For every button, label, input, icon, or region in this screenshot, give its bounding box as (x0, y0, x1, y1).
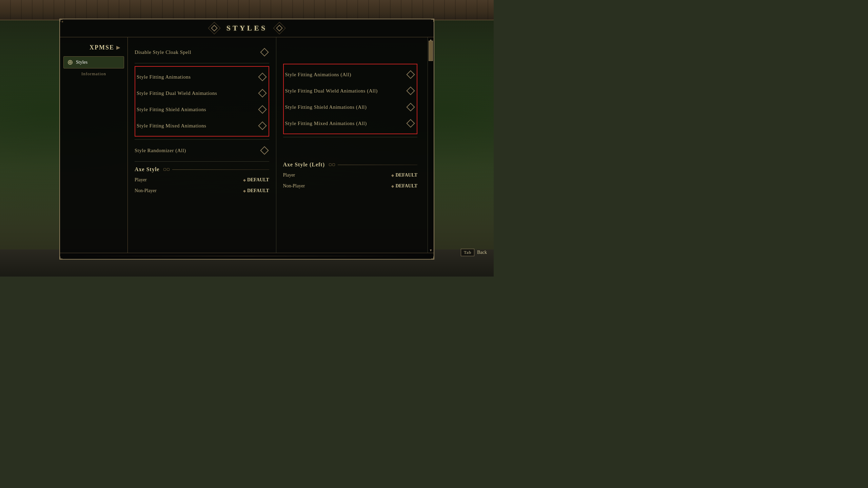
fitting-shield-label: Style Fitting Shield Animations (137, 107, 206, 113)
fitting-shield-all-row[interactable]: Style Fitting Shield Animations (All) (285, 99, 416, 115)
sidebar-item-styles-label: Styles (76, 60, 87, 65)
axe-left-nonplayer-value: ◆ DEFAULT (391, 183, 417, 189)
axe-player-value: ◆ DEFAULT (243, 177, 269, 183)
fitting-shield-all-button[interactable] (406, 102, 415, 112)
axe-left-player-value-text: DEFAULT (395, 172, 417, 178)
fitting-dual-wield-all-button[interactable] (406, 86, 415, 96)
disable-cloak-label: Disable Style Cloak Spell (135, 49, 191, 55)
scrollbar-thumb[interactable] (429, 41, 433, 61)
diamond-icon (258, 89, 267, 97)
sidebar: XPMSE ▶ Styles Information (60, 37, 128, 253)
sidebar-title: XPMSE ▶ (63, 44, 124, 51)
back-label: Back (477, 250, 487, 255)
fitting-shield-button[interactable] (258, 105, 267, 114)
main-panel: STYLES XPMSE ▶ Styles (59, 19, 434, 260)
axe-nonplayer-value-text: DEFAULT (247, 188, 269, 194)
fitting-mixed-all-row[interactable]: Style Fitting Mixed Animations (All) (285, 115, 416, 131)
axe-style-left-header: Axe Style (Left) (283, 162, 418, 168)
axe-style-section-header: Axe Style (135, 166, 269, 172)
axe-left-player-row[interactable]: Player ◆ DEFAULT (283, 170, 418, 181)
disable-cloak-row[interactable]: Disable Style Cloak Spell (135, 44, 269, 60)
svg-point-9 (68, 60, 72, 64)
fitting-group-right: Style Fitting Animations (All) Style Fit… (283, 64, 418, 134)
axe-style-title: Axe Style (135, 166, 159, 172)
fitting-shield-row[interactable]: Style Fitting Shield Animations (137, 101, 267, 118)
main-content: Disable Style Cloak Spell Style Fitting … (128, 37, 434, 253)
corner-decoration-bl (59, 252, 67, 260)
diamond-icon (258, 73, 267, 81)
svg-rect-6 (60, 257, 60, 259)
disable-cloak-button[interactable] (260, 47, 269, 57)
title-bar: STYLES (60, 19, 434, 37)
fitting-dual-wield-row[interactable]: Style Fitting Dual Wield Animations (137, 85, 267, 101)
diamond-icon (260, 146, 269, 155)
chain-link-3 (329, 163, 332, 166)
divider-right-1 (283, 137, 418, 137)
tab-back-indicator: Tab Back (461, 249, 487, 256)
bullet-icon-3: ◆ (391, 174, 394, 177)
svg-rect-2 (61, 21, 63, 23)
fitting-animations-label: Style Fitting Animations (137, 74, 191, 80)
chain-link-4 (332, 163, 335, 166)
divider-3 (135, 161, 269, 162)
randomizer-label: Style Randomizer (All) (135, 148, 186, 154)
right-panel: Style Fitting Animations (All) Style Fit… (276, 37, 428, 253)
fitting-animations-all-row[interactable]: Style Fitting Animations (All) (285, 66, 416, 83)
axe-left-player-value: ◆ DEFAULT (391, 172, 417, 178)
page-title: STYLES (220, 24, 274, 33)
axe-style-left-title: Axe Style (Left) (283, 162, 325, 168)
svg-rect-1 (60, 19, 60, 22)
fitting-dual-wield-all-row[interactable]: Style Fitting Dual Wield Animations (All… (285, 83, 416, 99)
diamond-icon (260, 48, 269, 56)
fitting-dual-wield-label: Style Fitting Dual Wield Animations (137, 90, 217, 96)
section-line-right (338, 165, 417, 165)
fitting-group-left: Style Fitting Animations Style Fitting D… (135, 66, 269, 137)
axe-left-nonplayer-value-text: DEFAULT (395, 183, 417, 189)
sidebar-item-information[interactable]: Information (63, 68, 124, 79)
fitting-dual-wield-all-label: Style Fitting Dual Wield Animations (All… (285, 88, 378, 94)
fitting-animations-all-label: Style Fitting Animations (All) (285, 72, 351, 78)
section-line (172, 169, 269, 170)
diamond-icon (406, 119, 415, 127)
divider-1 (135, 63, 269, 63)
bullet-icon-4: ◆ (391, 184, 394, 188)
fitting-mixed-row[interactable]: Style Fitting Mixed Animations (137, 118, 267, 134)
diamond-icon (258, 121, 267, 130)
fitting-animations-all-button[interactable] (406, 70, 415, 79)
tab-key-label: Tab (461, 249, 474, 256)
randomizer-button[interactable] (260, 146, 269, 155)
fitting-dual-wield-button[interactable] (258, 88, 267, 98)
roof-decoration (0, 0, 494, 20)
diamond-icon (258, 105, 267, 114)
axe-left-nonplayer-row[interactable]: Non-Player ◆ DEFAULT (283, 181, 418, 191)
fitting-animations-row[interactable]: Style Fitting Animations (137, 69, 267, 85)
axe-player-row[interactable]: Player ◆ DEFAULT (135, 175, 269, 185)
chain-link-1 (163, 168, 166, 171)
svg-rect-4 (433, 19, 434, 22)
fitting-mixed-button[interactable] (258, 121, 267, 130)
randomizer-row[interactable]: Style Randomizer (All) (135, 142, 269, 159)
sidebar-arrow-icon: ▶ (116, 45, 121, 50)
styles-icon (67, 59, 73, 65)
diamond-icon (406, 70, 415, 79)
diamond-icon (406, 86, 415, 95)
bullet-icon: ◆ (243, 178, 246, 182)
chain-icon (163, 168, 170, 171)
title-deco-right (274, 23, 285, 34)
fitting-mixed-all-button[interactable] (406, 119, 415, 128)
fitting-mixed-all-label: Style Fitting Mixed Animations (All) (285, 121, 367, 126)
sidebar-item-styles[interactable]: Styles (63, 56, 124, 68)
fitting-shield-all-label: Style Fitting Shield Animations (All) (285, 104, 367, 110)
corner-decoration-tl (59, 18, 67, 26)
corner-decoration-br (427, 252, 435, 260)
chain-icon-right (329, 163, 335, 166)
fitting-animations-button[interactable] (258, 72, 267, 82)
fitting-mixed-label: Style Fitting Mixed Animations (137, 123, 206, 129)
corner-decoration-tr (427, 18, 435, 26)
axe-nonplayer-value: ◆ DEFAULT (243, 188, 269, 194)
bullet-icon-2: ◆ (243, 189, 246, 193)
scrollbar-track[interactable]: ▲ ▼ (428, 37, 434, 253)
chain-link-2 (167, 168, 170, 171)
axe-player-value-text: DEFAULT (247, 177, 269, 183)
axe-nonplayer-row[interactable]: Non-Player ◆ DEFAULT (135, 185, 269, 196)
